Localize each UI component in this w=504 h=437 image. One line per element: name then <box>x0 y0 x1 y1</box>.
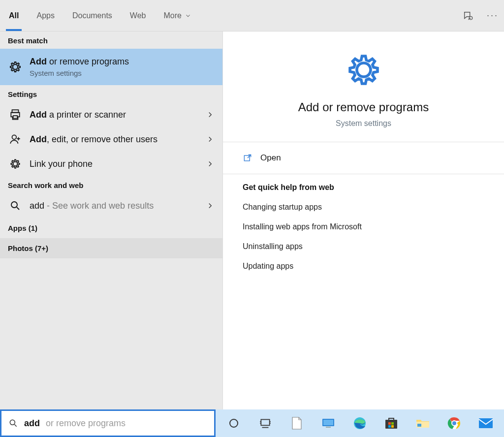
tab-more[interactable]: More <box>155 0 200 31</box>
search-typed-text: add <box>24 418 40 429</box>
printer-icon <box>8 107 23 122</box>
gear-icon <box>8 60 23 74</box>
chevron-right-icon <box>206 201 215 210</box>
tab-all[interactable]: All <box>0 0 28 31</box>
section-settings: Settings <box>0 85 222 102</box>
result-title: Add, edit, or remove other users <box>30 134 199 145</box>
svg-rect-9 <box>323 420 333 425</box>
detail-title: Add or remove programs <box>298 100 429 114</box>
chevron-right-icon <box>206 135 215 144</box>
results-pane: Best match Add or remove programs System… <box>0 31 222 409</box>
search-icon <box>8 418 18 428</box>
detail-subtitle: System settings <box>336 119 391 128</box>
best-match-title: Add or remove programs <box>30 57 215 67</box>
open-label: Open <box>260 153 281 163</box>
quick-help-link[interactable]: Updating apps <box>243 262 484 271</box>
svg-rect-7 <box>261 419 269 425</box>
tab-apps[interactable]: Apps <box>28 0 63 31</box>
more-options-button[interactable]: ··· <box>487 10 498 21</box>
divider <box>223 174 504 174</box>
best-match-result[interactable]: Add or remove programs System settings <box>0 49 222 85</box>
result-title: Link your phone <box>30 159 199 169</box>
chevron-right-icon <box>206 110 215 119</box>
detail-pane: Add or remove programs System settings O… <box>222 31 504 409</box>
svg-point-6 <box>230 419 238 427</box>
taskbar-this-pc[interactable] <box>315 412 342 434</box>
quick-help-link[interactable]: Uninstalling apps <box>243 242 484 251</box>
taskbar-chrome[interactable] <box>441 412 468 434</box>
svg-rect-14 <box>391 422 394 425</box>
svg-rect-13 <box>388 422 391 425</box>
result-title: Add a printer or scanner <box>30 110 199 120</box>
svg-rect-22 <box>479 418 493 428</box>
settings-result-add-users[interactable]: Add, edit, or remove other users <box>0 127 222 152</box>
search-icon <box>8 198 23 213</box>
tab-documents[interactable]: Documents <box>63 0 121 31</box>
taskbar-task-view[interactable] <box>252 412 279 434</box>
taskbar-microsoft-store[interactable] <box>378 412 405 434</box>
taskbar-cortana[interactable] <box>220 412 247 434</box>
quick-help-heading: Get quick help from web <box>243 183 484 192</box>
taskbar <box>216 409 504 437</box>
person-add-icon <box>8 132 23 147</box>
svg-rect-10 <box>326 427 331 428</box>
taskbar-mail[interactable] <box>472 412 499 434</box>
chevron-right-icon <box>206 159 215 168</box>
quick-help-link[interactable]: Changing startup apps <box>243 203 484 212</box>
chevron-down-icon <box>185 12 191 19</box>
best-match-subtitle: System settings <box>30 69 215 77</box>
gear-icon <box>343 49 384 91</box>
feedback-icon[interactable] <box>463 10 473 21</box>
section-best-match: Best match <box>0 31 222 49</box>
category-photos[interactable]: Photos (7+) <box>0 238 222 258</box>
search-input[interactable]: add or remove programs <box>0 409 216 437</box>
taskbar-libreoffice[interactable] <box>284 412 310 434</box>
category-apps[interactable]: Apps (1) <box>0 218 222 238</box>
taskbar-edge[interactable] <box>346 412 373 434</box>
svg-rect-15 <box>388 425 391 428</box>
open-action[interactable]: Open <box>243 142 484 174</box>
gear-icon <box>8 156 23 171</box>
search-ghost-text: or remove programs <box>46 418 126 429</box>
section-search-work-web: Search work and web <box>0 176 222 193</box>
settings-result-link-phone[interactable]: Link your phone <box>0 152 222 176</box>
search-scope-tabs: All Apps Documents Web More ··· <box>0 0 504 31</box>
settings-result-add-printer[interactable]: Add a printer or scanner <box>0 102 222 127</box>
tab-web[interactable]: Web <box>121 0 155 31</box>
result-title: add - See work and web results <box>30 201 199 211</box>
taskbar-file-explorer[interactable] <box>410 412 436 434</box>
svg-rect-16 <box>391 425 394 428</box>
quick-help-link[interactable]: Installing web apps from Microsoft <box>243 222 484 231</box>
svg-rect-18 <box>417 424 421 427</box>
web-result-add[interactable]: add - See work and web results <box>0 193 222 218</box>
open-icon <box>243 153 252 163</box>
